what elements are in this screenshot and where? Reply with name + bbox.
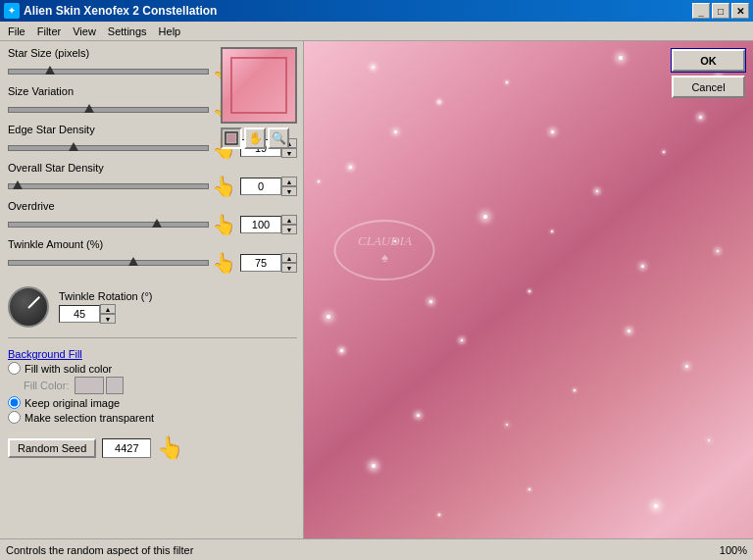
status-text: Controls the random aspect of this filte… — [6, 544, 193, 556]
ok-cancel-group: OK Cancel — [672, 49, 745, 98]
twinkle-amount-track[interactable] — [8, 260, 209, 266]
left-panel: Star Size (pixels) 👆 2.00 ▲ — [0, 41, 304, 538]
keep-original-row: Keep original image — [8, 396, 297, 409]
twinkle-rotation-label: Twinkle Rotation (°) — [59, 290, 153, 302]
menu-settings[interactable]: Settings — [102, 24, 153, 39]
app-icon: ✦ — [4, 3, 20, 19]
fill-color-swatch-group[interactable] — [75, 377, 124, 394]
overdrive-row: Overdrive 👆 100 ▲ ▼ — [8, 200, 297, 236]
make-transparent-radio[interactable] — [8, 411, 21, 424]
overdrive-up[interactable]: ▲ — [281, 215, 297, 225]
twinkle-amount-label: Twinkle Amount (%) — [8, 238, 297, 250]
random-seed-row: Random Seed 4427 👆 — [8, 435, 297, 461]
overall-star-density-label: Overall Star Density — [8, 162, 297, 174]
overdrive-label: Overdrive — [8, 200, 297, 212]
twinkle-rotation-up[interactable]: ▲ — [100, 304, 116, 314]
overall-star-density-track[interactable] — [8, 183, 209, 189]
sparkles-layer — [304, 41, 753, 538]
watermark: CLAUDIA ♠ — [334, 220, 435, 280]
overdrive-input[interactable]: 100 — [240, 216, 281, 233]
twinkle-amount-up[interactable]: ▲ — [281, 253, 297, 263]
menu-filter[interactable]: Filter — [31, 24, 67, 39]
overdrive-down[interactable]: ▼ — [281, 225, 297, 234]
background-fill-label[interactable]: Background Fill — [8, 348, 297, 360]
menu-bar: File Filter View Settings Help — [0, 22, 753, 41]
random-seed-button[interactable]: Random Seed — [8, 438, 96, 458]
twinkle-amount-thumb[interactable] — [128, 257, 138, 266]
twinkle-amount-spinner[interactable]: 75 ▲ ▼ — [240, 253, 297, 273]
rotation-needle — [27, 296, 40, 309]
overall-star-density-spinner[interactable]: 0 ▲ ▼ — [240, 177, 297, 196]
keep-original-radio[interactable] — [8, 396, 21, 409]
fill-solid-color-row: Fill with solid color — [8, 362, 297, 375]
svg-rect-1 — [227, 134, 235, 142]
menu-file[interactable]: File — [2, 24, 31, 39]
overdrive-spinner[interactable]: 100 ▲ ▼ — [240, 215, 297, 234]
status-bar: Controls the random aspect of this filte… — [0, 538, 753, 560]
edge-star-density-track[interactable] — [8, 145, 209, 151]
watermark-symbol: ♠ — [381, 250, 388, 265]
window-controls[interactable]: _ □ ✕ — [692, 3, 749, 19]
preview-panel: CLAUDIA ♠ OK Cancel — [304, 41, 753, 538]
twinkle-amount-row: Twinkle Amount (%) 👆 75 ▲ ▼ — [8, 238, 297, 275]
overdrive-thumb[interactable] — [152, 219, 162, 228]
twinkle-rotation-input[interactable]: 45 — [59, 305, 100, 323]
fill-color-label: Fill Color: — [24, 380, 69, 391]
twinkle-rotation-row: Twinkle Rotation (°) 45 ▲ ▼ — [8, 286, 297, 328]
preview-tools: ✋ 🔍 — [221, 127, 289, 149]
preview-thumbnail — [221, 47, 297, 124]
size-variation-track[interactable] — [8, 107, 209, 113]
edge-star-density-down[interactable]: ▼ — [281, 148, 297, 158]
solid-color-radio[interactable] — [8, 362, 21, 375]
twinkle-rotation-down[interactable]: ▼ — [100, 314, 116, 324]
star-size-track[interactable] — [8, 69, 209, 75]
ok-button[interactable]: OK — [672, 49, 745, 72]
twinkle-amount-input[interactable]: 75 — [240, 254, 281, 272]
rotation-dial[interactable] — [8, 286, 49, 328]
keep-original-label: Keep original image — [25, 397, 120, 409]
menu-view[interactable]: View — [67, 24, 102, 39]
size-variation-thumb[interactable] — [84, 104, 94, 113]
fill-color-swatch-light[interactable] — [75, 377, 104, 394]
make-transparent-label: Make selection transparent — [25, 412, 154, 424]
random-seed-hand-icon: 👆 — [157, 435, 183, 461]
preview-zoom-fit-button[interactable] — [221, 127, 242, 149]
overall-star-density-down[interactable]: ▼ — [281, 186, 297, 196]
main-container: Star Size (pixels) 👆 2.00 ▲ — [0, 41, 753, 538]
menu-help[interactable]: Help — [153, 24, 187, 39]
fill-color-swatch-dark[interactable] — [106, 377, 124, 394]
overdrive-track[interactable] — [8, 222, 209, 228]
overall-star-density-row: Overall Star Density 👆 0 ▲ — [8, 162, 297, 198]
twinkle-amount-down[interactable]: ▼ — [281, 263, 297, 273]
watermark-name: CLAUDIA — [358, 233, 412, 248]
close-button[interactable]: ✕ — [731, 3, 749, 19]
fill-color-row: Fill Color: — [24, 377, 297, 394]
maximize-button[interactable]: □ — [712, 3, 729, 19]
cancel-button[interactable]: Cancel — [672, 76, 745, 98]
solid-color-label: Fill with solid color — [25, 363, 112, 375]
overall-star-density-up[interactable]: ▲ — [281, 177, 297, 186]
zoom-level: 100% — [720, 544, 747, 556]
preview-hand-button[interactable]: ✋ — [244, 127, 266, 149]
edge-star-density-thumb[interactable] — [69, 142, 78, 151]
overall-star-density-input[interactable]: 0 — [240, 178, 281, 195]
preview-zoom-button[interactable]: 🔍 — [268, 127, 289, 149]
overall-star-density-thumb[interactable] — [13, 180, 23, 189]
make-transparent-row: Make selection transparent — [8, 411, 297, 424]
background-fill-section: Background Fill Fill with solid color Fi… — [8, 344, 297, 426]
random-seed-input[interactable]: 4427 — [102, 438, 151, 458]
separator — [8, 337, 297, 338]
title-bar: ✦ Alien Skin Xenofex 2 Constellation _ □… — [0, 0, 753, 22]
minimize-button[interactable]: _ — [692, 3, 710, 19]
star-size-thumb[interactable] — [45, 66, 55, 75]
window-title: Alien Skin Xenofex 2 Constellation — [24, 4, 217, 18]
